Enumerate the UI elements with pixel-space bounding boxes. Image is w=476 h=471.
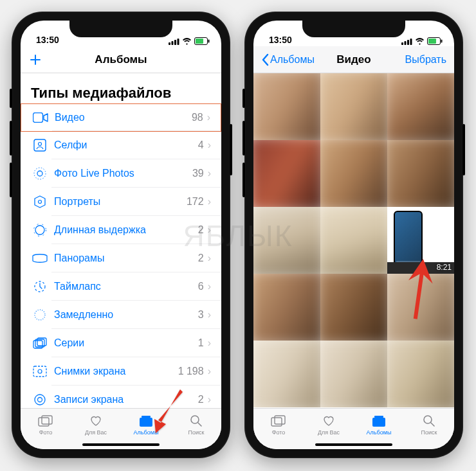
home-indicator[interactable] bbox=[315, 443, 392, 446]
tab-label: Для Вас bbox=[318, 429, 340, 436]
row-count: 3 bbox=[198, 309, 204, 321]
screen-recording-icon bbox=[31, 392, 49, 407]
tab-foryou[interactable]: Для Вас bbox=[71, 409, 121, 440]
timelapse-icon bbox=[31, 279, 49, 294]
video-thumb[interactable] bbox=[320, 341, 387, 407]
svg-rect-28 bbox=[140, 418, 152, 427]
chevron-right-icon: › bbox=[208, 139, 211, 151]
video-thumb[interactable] bbox=[253, 73, 320, 140]
photos-icon bbox=[271, 414, 286, 428]
video-thumb[interactable] bbox=[253, 140, 320, 207]
video-grid-content[interactable]: 8:21 bbox=[253, 73, 454, 408]
row-screenrecordings[interactable]: Записи экрана 2 › bbox=[21, 386, 221, 408]
video-thumb[interactable] bbox=[253, 207, 320, 274]
video-thumb[interactable] bbox=[320, 140, 387, 207]
row-label: Серии bbox=[54, 337, 198, 349]
tab-label: Фото bbox=[39, 429, 53, 436]
row-count: 172 bbox=[187, 196, 204, 208]
video-thumb[interactable] bbox=[320, 274, 387, 341]
tab-albums[interactable]: Альбомы bbox=[354, 409, 404, 440]
back-button[interactable]: Альбомы bbox=[253, 46, 322, 73]
status-indicators bbox=[401, 37, 443, 45]
row-portraits[interactable]: Портреты 172 › bbox=[21, 188, 221, 216]
row-slomo[interactable]: Замедленно 3 › bbox=[21, 301, 221, 329]
albums-content[interactable]: Типы медиафайлов Видео 98 › Селфи 4 › Фо… bbox=[21, 73, 221, 408]
nav-bar: Альбомы bbox=[21, 46, 221, 73]
row-label: Замедленно bbox=[54, 309, 198, 321]
row-label: Снимки экрана bbox=[54, 366, 178, 377]
svg-rect-0 bbox=[169, 42, 170, 45]
nav-title: Видео bbox=[336, 53, 371, 66]
chevron-right-icon: › bbox=[208, 309, 211, 321]
live-photos-icon bbox=[31, 166, 49, 181]
row-label: Видео bbox=[55, 112, 192, 123]
phone-left: 13:50 Альбомы Типы медиафайлов Видео bbox=[12, 12, 230, 458]
svg-rect-7 bbox=[33, 113, 43, 123]
row-bursts[interactable]: Серии 1 › bbox=[21, 329, 221, 357]
row-count: 4 bbox=[198, 139, 204, 151]
iphone-notch bbox=[69, 21, 172, 37]
row-longexposure[interactable]: Длинная выдержка 2 › bbox=[21, 216, 221, 244]
tab-search[interactable]: Поиск bbox=[404, 409, 454, 440]
svg-rect-41 bbox=[372, 418, 385, 427]
tab-foryou[interactable]: Для Вас bbox=[304, 409, 354, 440]
row-count: 2 bbox=[198, 253, 204, 264]
slomo-icon bbox=[31, 307, 49, 323]
svg-rect-6 bbox=[208, 40, 210, 43]
tab-label: Альбомы bbox=[134, 429, 159, 436]
video-thumb[interactable] bbox=[253, 274, 320, 341]
video-thumb[interactable] bbox=[387, 274, 454, 341]
video-thumb[interactable] bbox=[253, 341, 320, 407]
svg-rect-34 bbox=[407, 40, 409, 45]
tab-albums[interactable]: Альбомы bbox=[121, 409, 171, 440]
row-video[interactable]: Видео 98 › bbox=[21, 103, 221, 132]
svg-rect-1 bbox=[172, 41, 174, 45]
video-thumb[interactable] bbox=[387, 140, 454, 207]
tab-label: Фото bbox=[272, 429, 286, 436]
selfie-icon bbox=[31, 138, 49, 153]
svg-point-23 bbox=[38, 398, 42, 402]
row-label: Записи экрана bbox=[54, 394, 198, 405]
row-livephotos[interactable]: Фото Live Photos 39 › bbox=[21, 159, 221, 188]
iphone-notch bbox=[302, 21, 405, 37]
video-thumb[interactable] bbox=[320, 73, 387, 140]
panorama-icon bbox=[31, 251, 49, 266]
video-thumb[interactable] bbox=[387, 341, 454, 407]
row-label: Панорамы bbox=[54, 253, 198, 264]
add-button[interactable] bbox=[21, 46, 50, 73]
burst-icon bbox=[31, 335, 49, 351]
svg-rect-32 bbox=[401, 42, 403, 45]
foryou-icon bbox=[89, 414, 102, 428]
tab-photos[interactable]: Фото bbox=[21, 409, 71, 440]
video-thumb[interactable] bbox=[320, 207, 387, 274]
row-label: Фото Live Photos bbox=[54, 168, 192, 179]
svg-rect-39 bbox=[271, 418, 282, 426]
tab-search[interactable]: Поиск bbox=[171, 409, 221, 440]
svg-point-16 bbox=[35, 310, 45, 320]
video-camera-icon bbox=[32, 110, 50, 125]
row-panoramas[interactable]: Панорамы 2 › bbox=[21, 244, 221, 272]
svg-rect-2 bbox=[174, 40, 176, 45]
home-indicator[interactable] bbox=[82, 443, 160, 446]
row-screenshots[interactable]: Снимки экрана 1 198 › bbox=[21, 357, 221, 386]
chevron-right-icon: › bbox=[208, 366, 211, 377]
svg-point-21 bbox=[38, 369, 42, 373]
nav-bar: Альбомы Видео Выбрать bbox=[253, 46, 454, 73]
row-count: 2 bbox=[198, 224, 204, 236]
svg-rect-3 bbox=[178, 39, 179, 45]
video-duration: 8:21 bbox=[437, 263, 452, 272]
video-thumb-highlighted[interactable]: 8:21 bbox=[387, 207, 454, 274]
row-selfie[interactable]: Селфи 4 › bbox=[21, 131, 221, 159]
back-label: Альбомы bbox=[270, 54, 315, 66]
tab-photos[interactable]: Фото bbox=[253, 409, 304, 440]
svg-rect-37 bbox=[428, 39, 436, 44]
video-thumb[interactable] bbox=[387, 73, 454, 140]
chevron-right-icon: › bbox=[208, 394, 211, 405]
svg-point-12 bbox=[39, 200, 42, 204]
photos-icon bbox=[38, 414, 53, 428]
row-timelapse[interactable]: Таймлапс 6 › bbox=[21, 272, 221, 301]
select-button[interactable]: Выбрать bbox=[398, 46, 454, 73]
svg-rect-35 bbox=[410, 39, 412, 45]
svg-line-31 bbox=[198, 423, 201, 426]
svg-point-30 bbox=[191, 416, 199, 423]
